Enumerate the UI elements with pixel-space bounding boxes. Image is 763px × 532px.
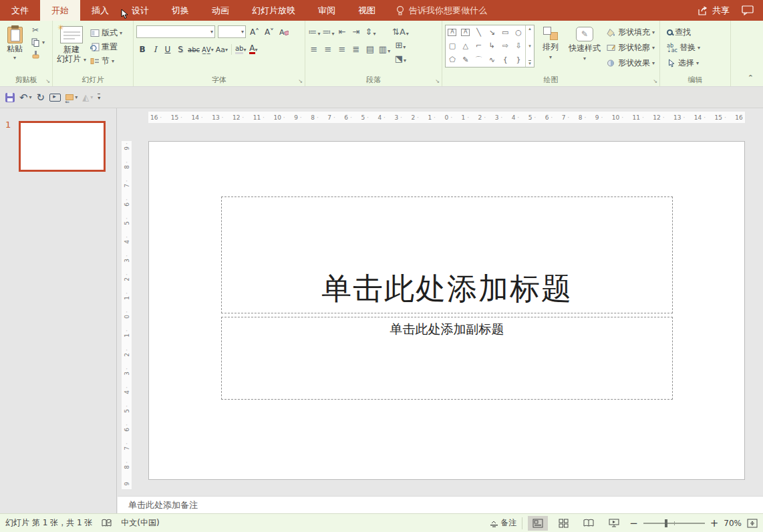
qat-custom-button[interactable]: ▾ [65,94,78,100]
tab-home[interactable]: 开始 [40,0,80,21]
copy-button[interactable] [29,37,42,47]
zoom-in-button[interactable]: + [710,517,719,529]
clear-formatting-button[interactable]: A [278,26,290,38]
shape-rectangle[interactable]: ▭ [502,29,508,36]
tab-insert[interactable]: 插入 [80,0,120,21]
spellcheck-icon[interactable] [102,519,112,527]
copy-dropdown[interactable]: ▾ [42,39,45,45]
shape-down-arrow[interactable]: ⇩ [515,42,521,49]
shape-arc[interactable]: ⌒ [475,56,482,63]
shape-curve[interactable]: ∿ [489,56,495,63]
slide-thumbnail[interactable] [19,121,106,172]
collapse-ribbon-button[interactable]: ⌃ [748,74,754,82]
reading-view-button[interactable] [579,516,599,531]
reset-button[interactable]: 重置 [90,41,122,53]
shrink-font-button[interactable]: A˅ [263,26,275,38]
new-slide-button[interactable]: ✳ 新建 幻灯片 ▾ [55,24,88,76]
tab-animations[interactable]: 动画 [200,0,241,21]
tab-transitions[interactable]: 切换 [160,0,200,21]
tell-me-box[interactable]: 告诉我你想要做什么 [387,0,496,21]
shape-textbox-v[interactable]: A [461,29,470,36]
underline-button[interactable]: U [162,43,174,55]
shape-fill-button[interactable]: 形状填充▾ [607,26,655,39]
line-spacing-button[interactable]: ⇕▾ [364,25,377,37]
shape-brace-right[interactable]: } [516,56,521,63]
title-placeholder[interactable]: 单击此处添加标题 [221,196,673,313]
justify-button[interactable]: ≣ [350,43,363,54]
italic-button[interactable]: I [149,43,161,55]
subtitle-placeholder[interactable]: 单击此处添加副标题 [221,317,673,400]
undo-button[interactable]: ↶▾ [19,92,32,104]
language-indicator[interactable]: 中文(中国) [121,517,159,529]
decrease-indent-button[interactable]: ⇤ [336,25,349,37]
slide-show-view-button[interactable] [604,516,624,531]
shape-effects-button[interactable]: 形状效果▾ [607,57,655,70]
tab-slideshow[interactable]: 幻灯片放映 [241,0,307,21]
text-direction-button[interactable]: ⇅A▾ [392,25,409,37]
quick-styles-button[interactable]: ✎ 快速样式▾ [567,25,603,76]
comment-icon[interactable] [742,5,754,15]
save-button[interactable] [5,93,15,102]
shape-right-arrow[interactable]: ⇨ [502,42,508,49]
shape-triangle[interactable]: △ [463,42,468,49]
notes-toggle-button[interactable]: 备注 [490,517,516,529]
undo-dropdown[interactable]: ▾ [29,94,32,100]
tab-review[interactable]: 审阅 [307,0,347,21]
align-center-button[interactable]: ≡ [322,43,335,54]
align-text-button[interactable]: ⊞▾ [392,39,409,50]
fit-to-window-icon[interactable] [747,519,758,528]
tab-file[interactable]: 文件 [0,0,40,21]
paste-dropdown[interactable]: ▾ [13,55,16,61]
select-button[interactable]: 选择▾ [667,57,729,70]
section-button[interactable]: 节▾ [90,55,122,68]
align-right-button[interactable]: ≡ [336,43,349,54]
shapes-gallery-more[interactable]: ▾ [528,60,531,66]
zoom-slider-thumb[interactable] [665,519,667,527]
bold-button[interactable]: B [136,43,148,55]
shapes-scroll-down[interactable]: ▾ [528,43,531,49]
format-painter-button[interactable] [29,49,42,59]
zoom-out-button[interactable]: − [629,517,638,529]
smartart-button[interactable]: ⬔▾ [392,52,409,63]
cut-button[interactable]: ✂ [29,25,42,35]
highlight-button[interactable]: ab▾ [235,43,247,55]
font-color-button[interactable]: A▾ [247,43,259,55]
customize-qat-button[interactable]: ▾ [98,94,100,101]
shape-elbow-arrow[interactable]: ↳ [489,42,495,49]
zoom-level[interactable]: 70% [724,519,742,528]
clipboard-dialog-launcher[interactable]: ↘ [45,79,50,84]
replace-button[interactable]: ab⇣ac 替换▾ [667,41,729,54]
shadow-button[interactable]: S [174,43,186,55]
increase-indent-button[interactable]: ⇥ [350,25,363,37]
columns-button[interactable]: ▥▾ [378,43,391,54]
bullets-button[interactable]: ≔▾ [308,25,321,37]
notes-pane[interactable]: 单击此处添加备注 [118,496,763,513]
font-name-combo[interactable]: ▾ [136,25,215,38]
strikethrough-button[interactable]: abc [187,43,200,55]
tab-view[interactable]: 视图 [347,0,387,21]
shape-oval[interactable]: ○ [515,29,522,36]
layout-button[interactable]: 版式▾ [90,27,122,39]
shape-line[interactable]: ╲ [476,29,481,36]
font-dialog-launcher[interactable]: ↘ [298,79,303,84]
drawing-dialog-launcher[interactable]: ↘ [653,79,657,84]
grow-font-button[interactable]: A˄ [249,26,261,38]
shape-arrow[interactable]: ↘ [489,29,495,36]
shape-textbox-h[interactable]: A [448,29,456,36]
change-case-button[interactable]: Aa▾ [215,43,228,55]
shape-freeform[interactable]: ⬠ [449,56,456,63]
find-button[interactable]: 查找 [667,26,729,39]
share-button[interactable]: 共享 [698,5,730,17]
font-size-combo[interactable]: ▾ [218,25,246,38]
slide-canvas[interactable]: 单击此处添加标题 单击此处添加副标题 [148,141,745,480]
zoom-slider[interactable] [643,523,705,524]
shape-brace-left[interactable]: { [503,56,508,63]
align-left-button[interactable]: ≡ [308,43,321,54]
start-from-beginning-button[interactable] [49,94,61,102]
redo-button[interactable]: ↻ [37,92,45,104]
distribute-button[interactable]: ▤ [364,43,377,54]
shape-elbow-connector[interactable]: ⌐ [476,42,482,49]
paste-button[interactable]: 粘贴 ▾ [3,24,27,76]
shape-scribble[interactable]: ✎ [462,56,468,63]
shape-outline-button[interactable]: 形状轮廓▾ [607,41,655,54]
